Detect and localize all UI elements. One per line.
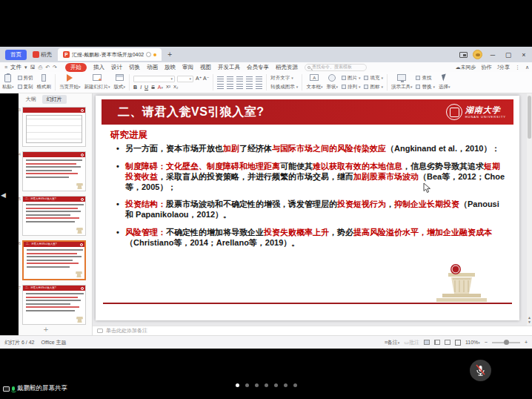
page-dot[interactable] [236,383,239,387]
select-button[interactable]: 选择▾ [439,73,450,91]
notes-bar[interactable]: 单击此处添加备注 [93,326,532,335]
new-slide-button[interactable]: 新建幻灯片▾ [84,73,110,91]
numbered-list-icon[interactable] [227,76,233,82]
notes-toggle[interactable]: ≡备注▾ [385,339,400,346]
shapes-button[interactable]: 形状▾ [326,73,338,91]
replace-button[interactable]: 替换▾ [416,84,435,90]
menu-tab[interactable]: 视图 [200,64,211,71]
cloud-sync-status[interactable]: ☁未同步 [455,64,476,71]
outline-tab[interactable]: 大纲 [26,96,36,103]
account-avatar[interactable] [473,50,482,59]
maximize-button[interactable]: ▢ [503,51,513,59]
docer-tab[interactable]: 稻壳 [33,51,52,59]
hamburger-icon[interactable]: ≡ [4,65,7,70]
comments-toggle[interactable]: ▭批注 [404,339,419,346]
home-tab[interactable]: 首页 [5,50,27,60]
page-indicator-dots[interactable] [0,383,532,387]
menu-tab[interactable]: 开发工具 [218,64,240,71]
page-dot[interactable] [255,383,259,387]
close-button[interactable]: × [519,51,529,59]
layout-button[interactable]: 版式▾ [114,73,126,91]
slide-thumbnail[interactable] [22,151,86,191]
slide-thumbnail[interactable]: 二、请君入瓮VS引狼入室? [22,196,86,236]
print-icon[interactable]: ⎙ [39,65,43,70]
font-color-button[interactable]: A▾ [158,85,163,90]
normal-view-button[interactable] [424,340,430,345]
font-size-select[interactable]: ▾ [177,76,193,82]
italic-button[interactable]: I [140,85,142,90]
menu-tab[interactable]: 审阅 [182,64,193,71]
picture-button[interactable]: 图片▾ [342,75,361,82]
minimize-button[interactable]: ─ [488,51,498,59]
font-family-select[interactable]: ▾ [133,76,175,82]
menu-tab[interactable]: 放映 [164,64,176,71]
icons-button[interactable]: 图标▾ [364,84,383,90]
fill-button[interactable]: 填充▾ [364,75,383,82]
share-button[interactable]: ⤴分享 [496,64,510,71]
menu-tab[interactable]: 切换 [129,64,140,71]
file-menu-chevron-icon[interactable]: ▾ [24,65,27,70]
mute-microphone-button[interactable] [470,360,491,381]
distribute-icon[interactable] [256,84,262,89]
new-tab-button[interactable]: + [167,50,172,59]
page-dot[interactable] [284,383,287,387]
zoom-level[interactable]: 110%▾ [465,340,480,345]
cut-button[interactable]: 剪切 [18,75,33,82]
format-painter-button[interactable]: 格式刷 [37,73,52,91]
collapse-ribbon-icon[interactable]: ∧ [525,65,529,70]
menu-tab[interactable]: 稻壳资源 [276,64,298,71]
underline-button[interactable]: U [144,85,148,90]
picture-in-picture-icon[interactable] [459,52,468,58]
vertical-scrollbar[interactable]: ▲ ▼ [527,93,532,326]
reading-view-button[interactable] [445,340,450,345]
page-dot[interactable] [265,383,268,387]
menu-tab[interactable]: 设计 [111,64,122,71]
align-text-button[interactable]: 对齐文字▾ [270,75,298,82]
arrange-button[interactable]: 排列▾ [342,84,361,90]
zoom-out-button[interactable]: − [485,340,488,345]
command-search-input[interactable]: 查找命令、搜索模板 [305,64,367,71]
slides-tab[interactable]: 幻灯片 [42,95,67,104]
save-icon[interactable]: 🖫 [30,65,36,70]
zoom-slider[interactable] [492,342,520,343]
file-menu[interactable]: 文件 [10,64,21,71]
slide-thumbnail[interactable]: 二、请君入瓮VS引狼入室? [22,285,86,325]
next-slide-button[interactable]: ▼ [527,320,532,324]
superscript-button[interactable]: X² [166,85,170,89]
align-center-icon[interactable] [227,84,233,89]
paste-button[interactable]: 粘贴▾ [2,73,14,91]
menu-tab[interactable]: 插入 [93,64,104,71]
fit-to-window-icon[interactable] [455,340,461,346]
menu-tab[interactable]: 动画 [147,64,158,71]
menu-tab[interactable]: 开始 [65,63,87,72]
more-options-icon[interactable]: ⋮ [515,65,520,70]
page-dot[interactable] [293,383,297,387]
indent-decrease-icon[interactable] [236,76,243,82]
align-left-icon[interactable] [217,84,224,89]
menu-tab[interactable]: 会员专享 [247,64,269,71]
bullet-list-icon[interactable] [217,76,224,82]
undo-icon[interactable]: ↶ [45,65,50,70]
slide-canvas[interactable]: 二、请君入瓮VS引狼入室? 湖南大学 HUNAN UNIVERSITY 研究进展… [93,93,532,326]
zoom-slider-knob[interactable] [504,340,509,345]
collaborate-button[interactable]: 协作 [481,64,491,71]
find-button[interactable]: 查找 [416,75,435,82]
redo-icon[interactable]: ↷ [53,65,57,70]
text-box-button[interactable]: A 文本框▾ [306,73,322,91]
bold-button[interactable]: B [133,85,137,90]
present-tools-button[interactable]: 演示工具▾ [391,73,413,91]
strikethrough-button[interactable]: S [151,85,155,90]
slide-sorter-view-button[interactable] [434,340,440,345]
scrollbar-thumb[interactable] [528,96,531,139]
collapse-panel-arrow-icon[interactable]: ◀ [1,191,6,199]
document-tab[interactable]: P 汇报-戴鹏毅-资本市场开放0402 [58,48,162,61]
current-slide[interactable]: 二、请君入瓮VS引狼入室? 湖南大学 HUNAN UNIVERSITY 研究进展… [96,96,519,320]
copy-button[interactable]: 复制 [18,84,33,90]
play-from-current-button[interactable]: 当页开始▾ [59,73,81,91]
page-dot[interactable] [245,383,249,387]
slide-thumbnail[interactable]: 二、请君入瓮VS引狼入室? [22,240,86,280]
line-spacing-icon[interactable] [256,76,262,82]
indent-increase-icon[interactable] [246,76,253,82]
zoom-in-button[interactable]: + [525,340,528,345]
align-right-icon[interactable] [236,84,243,89]
